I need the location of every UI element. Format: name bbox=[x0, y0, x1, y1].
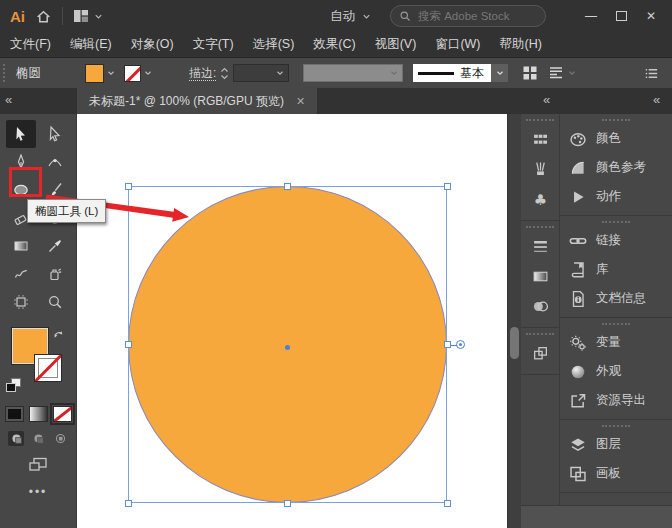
rail-panel-brushes[interactable] bbox=[521, 154, 559, 184]
artboard-tool[interactable] bbox=[6, 288, 36, 316]
selection-handle[interactable] bbox=[284, 500, 291, 507]
gradient-tool[interactable] bbox=[6, 232, 36, 260]
stroke-weight-stepper[interactable] bbox=[220, 67, 229, 80]
selection-handle[interactable] bbox=[125, 500, 132, 507]
edit-toolbar-dots[interactable]: ••• bbox=[0, 485, 76, 499]
screen-mode-button[interactable] bbox=[0, 456, 76, 473]
recolor-artwork-icon[interactable] bbox=[522, 65, 538, 81]
curvature-tool[interactable] bbox=[40, 148, 70, 176]
menu-item-3[interactable]: 文字(T) bbox=[193, 36, 234, 53]
tab-close-icon[interactable]: ✕ bbox=[296, 95, 305, 108]
fill-color-button[interactable] bbox=[85, 64, 116, 83]
selection-handle[interactable] bbox=[444, 500, 451, 507]
scrollbar-thumb[interactable] bbox=[510, 327, 519, 359]
dock-group-2: 变量 外观 资源导出 bbox=[560, 323, 672, 420]
panel-label: 链接 bbox=[596, 232, 621, 249]
shape-center-point[interactable] bbox=[285, 345, 290, 350]
panel-button-links[interactable]: 链接 bbox=[560, 226, 672, 255]
color-mode-color-button[interactable] bbox=[5, 406, 24, 422]
direct-selection-icon bbox=[47, 126, 63, 142]
panel-button-libraries[interactable]: 库 bbox=[560, 255, 672, 284]
rail-collapse-icon[interactable]: « bbox=[543, 92, 549, 107]
workspace-switcher[interactable]: 自动 bbox=[330, 8, 372, 25]
brush-definition-dropdown[interactable]: 基本 bbox=[413, 64, 508, 82]
variable-width-profile-dropdown[interactable] bbox=[303, 64, 403, 82]
menu-item-8[interactable]: 帮助(H) bbox=[500, 36, 542, 53]
symbol-sprayer-tool[interactable] bbox=[40, 260, 70, 288]
rail-panel-symbols[interactable]: ♣ bbox=[521, 184, 559, 214]
grip-handle[interactable] bbox=[526, 333, 554, 335]
selection-handle[interactable] bbox=[284, 183, 291, 190]
chevron-down-icon[interactable] bbox=[93, 11, 104, 22]
stock-search-field[interactable] bbox=[390, 5, 546, 27]
stroke-color-button[interactable] bbox=[124, 65, 153, 82]
grip-handle[interactable] bbox=[526, 119, 554, 121]
search-input[interactable] bbox=[416, 9, 537, 23]
symbols-icon: ♣ bbox=[532, 191, 549, 208]
eyedropper-tool[interactable] bbox=[40, 232, 70, 260]
zoom-tool[interactable] bbox=[40, 288, 70, 316]
home-icon[interactable] bbox=[35, 8, 52, 25]
panel-grip[interactable] bbox=[3, 64, 10, 82]
selection-tool[interactable] bbox=[6, 120, 36, 148]
arrange-documents-icon[interactable] bbox=[73, 9, 89, 23]
vertical-scrollbar[interactable] bbox=[507, 114, 521, 528]
titlebar-divider bbox=[62, 7, 63, 25]
panel-button-doc-info[interactable]: 文档信息 bbox=[560, 284, 672, 313]
maximize-button[interactable] bbox=[610, 6, 632, 26]
draw-behind-icon[interactable] bbox=[30, 431, 46, 446]
illustrator-logo: Ai bbox=[10, 8, 25, 25]
stroke-weight-label[interactable]: 描边: bbox=[189, 65, 216, 82]
toolbar-stroke-swatch[interactable] bbox=[34, 354, 62, 382]
panel-button-artboards[interactable]: 画板 bbox=[560, 459, 672, 488]
color-mode-none-button[interactable] bbox=[53, 406, 72, 422]
document-tab[interactable]: 未标题-1* @ 100% (RGB/GPU 预览) ✕ bbox=[77, 88, 317, 114]
draw-inside-icon[interactable] bbox=[52, 431, 68, 446]
panel-menu-icon[interactable] bbox=[643, 66, 660, 81]
grip-handle[interactable] bbox=[602, 119, 630, 121]
grip-handle[interactable] bbox=[602, 425, 630, 427]
rail-panel-stroke[interactable] bbox=[521, 231, 559, 261]
draw-normal-icon[interactable] bbox=[8, 431, 24, 446]
panel-button-layers[interactable]: 图层 bbox=[560, 430, 672, 459]
grip-handle[interactable] bbox=[602, 221, 630, 223]
canvas-artboard[interactable] bbox=[77, 114, 507, 528]
chevron-down-icon[interactable] bbox=[567, 68, 577, 78]
paragraph-options-icon[interactable] bbox=[548, 65, 564, 81]
shaper-tool[interactable] bbox=[6, 260, 36, 288]
selection-handle[interactable] bbox=[444, 183, 451, 190]
menu-item-0[interactable]: 文件(F) bbox=[10, 36, 51, 53]
menu-item-6[interactable]: 视图(V) bbox=[375, 36, 417, 53]
panel-button-actions[interactable]: 动作 bbox=[560, 182, 672, 211]
selection-handle[interactable] bbox=[125, 183, 132, 190]
minimize-button[interactable]: — bbox=[580, 6, 602, 26]
stroke-weight-dropdown[interactable] bbox=[233, 64, 289, 82]
grip-handle[interactable] bbox=[526, 226, 554, 228]
asset-export-icon bbox=[569, 392, 587, 410]
panel-button-color-guide[interactable]: 颜色参考 bbox=[560, 153, 672, 182]
panel-button-variables[interactable]: 变量 bbox=[560, 328, 672, 357]
brush-dropdown-chevron[interactable] bbox=[491, 64, 508, 82]
rail-panel-transparency[interactable] bbox=[521, 291, 559, 321]
grip-handle[interactable] bbox=[602, 323, 630, 325]
menu-item-1[interactable]: 编辑(E) bbox=[70, 36, 112, 53]
panel-button-asset-export[interactable]: 资源导出 bbox=[560, 386, 672, 415]
default-fill-stroke-icon[interactable] bbox=[6, 378, 20, 390]
selection-handle[interactable] bbox=[125, 341, 132, 348]
menu-item-5[interactable]: 效果(C) bbox=[313, 36, 355, 53]
panel-button-color[interactable]: 颜色 bbox=[560, 124, 672, 153]
color-mode-gradient-button[interactable] bbox=[29, 406, 48, 422]
menu-item-4[interactable]: 选择(S) bbox=[253, 36, 295, 53]
rail-panel-gradient-panel[interactable] bbox=[521, 261, 559, 291]
rail-panel-swatches[interactable] bbox=[521, 124, 559, 154]
menu-item-7[interactable]: 窗口(W) bbox=[435, 36, 480, 53]
rail-panel-align[interactable] bbox=[521, 338, 559, 368]
toolbar-collapse-icon[interactable]: « bbox=[5, 92, 11, 107]
live-shape-widget[interactable] bbox=[456, 340, 465, 349]
menu-item-2[interactable]: 对象(O) bbox=[131, 36, 174, 53]
swap-fill-stroke-icon[interactable] bbox=[52, 328, 65, 341]
dock-collapse-icon[interactable]: « bbox=[653, 92, 659, 107]
direct-selection-tool[interactable] bbox=[40, 120, 70, 148]
panel-button-appearance[interactable]: 外观 bbox=[560, 357, 672, 386]
close-button[interactable]: ✕ bbox=[640, 6, 662, 26]
